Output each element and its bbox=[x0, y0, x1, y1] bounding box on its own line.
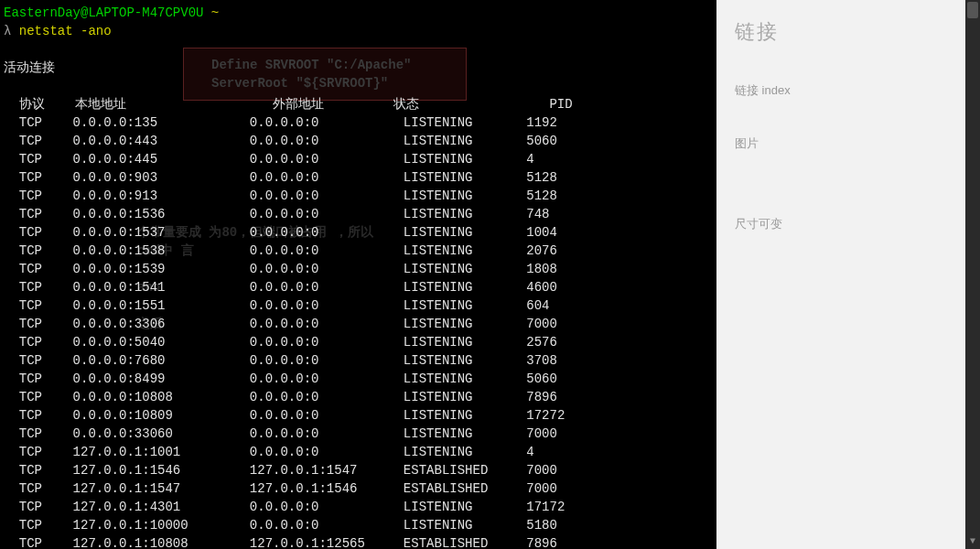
netstat-row: TCP 0.0.0.0:3306 0.0.0.0:0 LISTENING 700… bbox=[4, 315, 716, 333]
netstat-row: TCP 0.0.0.0:33060 0.0.0.0:0 LISTENING 70… bbox=[4, 425, 716, 443]
netstat-row: TCP 0.0.0.0:1551 0.0.0.0:0 LISTENING 604 bbox=[4, 296, 716, 315]
netstat-row: TCP 127.0.0.1:10808 127.0.0.1:12565 ESTA… bbox=[4, 534, 716, 549]
netstat-row: TCP 0.0.0.0:10808 0.0.0.0:0 LISTENING 78… bbox=[4, 388, 716, 406]
table-header: 协议 本地地址 外部地址 状态 PID bbox=[4, 95, 716, 113]
vertical-scrollbar[interactable]: ▲ ▼ bbox=[965, 0, 980, 549]
netstat-row: TCP 0.0.0.0:8499 0.0.0.0:0 LISTENING 506… bbox=[4, 370, 716, 388]
command-text: netstat -ano bbox=[19, 24, 112, 38]
prompt-line-1: EasternDay@LAPTOP-M47CPV0U ~ bbox=[4, 4, 716, 22]
netstat-row: TCP 127.0.0.1:10000 0.0.0.0:0 LISTENING … bbox=[4, 516, 716, 534]
netstat-row: TCP 0.0.0.0:1537 0.0.0.0:0 LISTENING 100… bbox=[4, 223, 716, 242]
prompt-line-2: λ netstat -ano bbox=[4, 22, 716, 40]
netstat-row: TCP 0.0.0.0:913 0.0.0.0:0 LISTENING 5128 bbox=[4, 187, 716, 205]
netstat-row: TCP 127.0.0.1:1547 127.0.0.1:1546 ESTABL… bbox=[4, 479, 716, 498]
sidebar-field-image: 图片 bbox=[735, 135, 947, 152]
scrollbar-down-icon[interactable]: ▼ bbox=[965, 534, 980, 549]
prompt-symbol: λ bbox=[4, 24, 11, 38]
netstat-row: TCP 127.0.0.1:1546 127.0.0.1:1547 ESTABL… bbox=[4, 461, 716, 479]
netstat-row: TCP 0.0.0.0:1541 0.0.0.0:0 LISTENING 460… bbox=[4, 278, 716, 296]
netstat-row: TCP 0.0.0.0:1536 0.0.0.0:0 LISTENING 748 bbox=[4, 205, 716, 223]
netstat-row: TCP 0.0.0.0:903 0.0.0.0:0 LISTENING 5128 bbox=[4, 168, 716, 187]
sidebar-field-link: 链接 index bbox=[735, 82, 947, 99]
netstat-row: TCP 0.0.0.0:7680 0.0.0.0:0 LISTENING 370… bbox=[4, 351, 716, 370]
blank-line bbox=[4, 40, 716, 59]
prompt-path: ~ bbox=[211, 5, 219, 20]
prompt-user-host: EasternDay@LAPTOP-M47CPV0U bbox=[4, 5, 203, 20]
netstat-row: TCP 0.0.0.0:1539 0.0.0.0:0 LISTENING 180… bbox=[4, 260, 716, 278]
netstat-row: TCP 0.0.0.0:5040 0.0.0.0:0 LISTENING 257… bbox=[4, 333, 716, 351]
right-sidebar: 链接 链接 index 图片 尺寸可变 bbox=[716, 0, 965, 549]
netstat-row: TCP 127.0.0.1:1001 0.0.0.0:0 LISTENING 4 bbox=[4, 443, 716, 461]
section-title: 活动连接 bbox=[4, 59, 716, 77]
terminal-window[interactable]: Define SRVROOT "C:/Apache" ServerRoot "$… bbox=[0, 0, 716, 549]
table-body: TCP 0.0.0.0:135 0.0.0.0:0 LISTENING 1192… bbox=[4, 113, 716, 549]
sidebar-title: 链接 bbox=[735, 18, 947, 46]
netstat-row: TCP 0.0.0.0:135 0.0.0.0:0 LISTENING 1192 bbox=[4, 113, 716, 132]
netstat-row: TCP 0.0.0.0:1538 0.0.0.0:0 LISTENING 207… bbox=[4, 242, 716, 260]
netstat-row: TCP 0.0.0.0:443 0.0.0.0:0 LISTENING 5060 bbox=[4, 132, 716, 150]
scrollbar-thumb[interactable] bbox=[967, 2, 978, 18]
netstat-row: TCP 0.0.0.0:10809 0.0.0.0:0 LISTENING 17… bbox=[4, 406, 716, 425]
terminal-content: EasternDay@LAPTOP-M47CPV0U ~ λ netstat -… bbox=[4, 4, 716, 549]
sidebar-field-size: 尺寸可变 bbox=[735, 216, 947, 232]
netstat-row: TCP 0.0.0.0:445 0.0.0.0:0 LISTENING 4 bbox=[4, 150, 716, 168]
blank-line bbox=[4, 77, 716, 95]
netstat-row: TCP 127.0.0.1:4301 0.0.0.0:0 LISTENING 1… bbox=[4, 498, 716, 516]
